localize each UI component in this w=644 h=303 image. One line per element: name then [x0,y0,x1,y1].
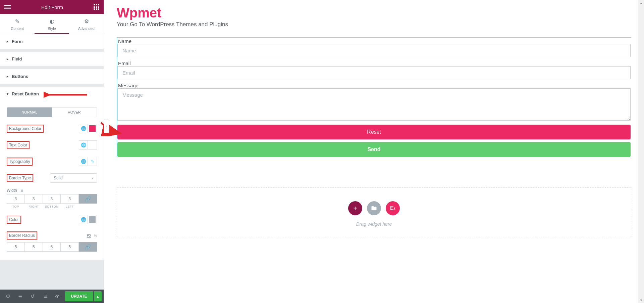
brand-tagline: Your Go To WordPress Themes and Plugins [117,21,631,28]
update-button[interactable]: UPDATE [65,291,93,301]
unit-px[interactable]: PX [87,234,91,237]
contrast-icon: ◐ [35,18,69,25]
width-top-input[interactable] [7,194,25,204]
elementskit-icon[interactable]: E‹ [386,201,400,215]
accordion-head-reset[interactable]: ▾ Reset Button [0,87,104,101]
send-button[interactable]: Send [117,142,631,157]
reset-button[interactable]: Reset [117,125,631,139]
global-icon[interactable]: 🌐 [79,157,88,166]
editor-sidebar: Edit Form ✎ Content ◐ Style ⚙ Advanced ▸… [0,0,104,303]
accordion-head-buttons[interactable]: ▸ Buttons [0,69,104,84]
width-label-row: Width 🖥 [7,188,97,193]
border-color-controls: 🌐 [79,215,97,224]
width-left-input[interactable] [61,194,79,204]
bg-color-controls: 🌐 [79,124,97,133]
control-typography: Typography 🌐 ✎ [7,157,97,166]
sidebar-header: Edit Form [0,0,104,14]
accordion-head-form[interactable]: ▸ Form [0,34,104,49]
message-input[interactable] [117,88,631,121]
update-options-button[interactable]: ▴ [94,291,102,301]
typography-label: Typography [7,158,33,166]
navigator-icon[interactable]: ≣ [14,290,26,303]
tab-style[interactable]: ◐ Style [35,14,69,34]
brand-title: Wpmet [117,5,631,20]
responsive-icon[interactable]: 🖥 [39,290,51,303]
folder-icon[interactable] [367,201,381,215]
width-right-input[interactable] [25,194,43,204]
drop-widget-zone[interactable]: + E‹ Drag widget here [117,187,631,237]
border-color-swatch[interactable] [88,215,97,224]
radius-tl-input[interactable] [7,242,25,252]
border-type-select-wrap: Solid [50,173,97,183]
global-icon[interactable]: 🌐 [79,124,88,133]
accordion-reset-button: ▾ Reset Button NORMAL HOVER Background C… [0,87,104,260]
accordion-content-reset: NORMAL HOVER Background Color 🌐 Text Col… [0,107,104,260]
email-input[interactable] [117,66,631,79]
accordion-label: Field [12,56,22,61]
dropzone-text: Drag widget here [117,221,631,227]
gear-icon: ⚙ [69,18,104,25]
control-text-color: Text Color 🌐 [7,140,97,149]
unit-selector: PX % [87,234,97,237]
tab-label: Style [48,27,56,31]
field-message: Message [117,82,631,125]
edit-typography-icon[interactable]: ✎ [88,157,97,166]
radius-tr-input[interactable] [25,242,43,252]
radius-br-input[interactable] [43,242,61,252]
accordion-form: ▸ Form [0,34,104,49]
global-icon[interactable]: 🌐 [79,215,88,224]
width-bottom-input[interactable] [43,194,61,204]
history-icon[interactable]: ↺ [27,290,39,303]
scroll-up-icon[interactable]: ▲ [638,0,644,6]
control-border-color: Color 🌐 [7,215,97,224]
link-radius-icon[interactable]: 🔗 [79,242,97,252]
sidebar-footer: ⚙ ≣ ↺ 🖥 👁 UPDATE ▴ [0,290,104,303]
name-input[interactable] [117,44,631,57]
accordion-field: ▸ Field [0,52,104,67]
accordion-head-field[interactable]: ▸ Field [0,52,104,66]
caret-right-icon: ▸ [7,40,8,43]
field-name: Name [117,38,631,60]
sidebar-title: Edit Form [11,4,94,10]
tab-label: Advanced [78,27,95,31]
settings-icon[interactable]: ⚙ [2,290,14,303]
desktop-icon[interactable]: 🖥 [20,188,23,192]
menu-icon[interactable] [4,5,11,9]
name-label: Name [117,38,631,44]
global-icon[interactable]: 🌐 [79,140,88,149]
radius-bl-input[interactable] [61,242,79,252]
control-border-radius: Border Radius PX % [7,231,97,240]
caret-right-icon: ▸ [7,57,8,61]
unit-pct[interactable]: % [94,234,97,237]
text-color-label: Text Color [7,141,30,149]
typography-controls: 🌐 ✎ [79,157,97,166]
segment-hover[interactable]: HOVER [52,107,97,117]
border-type-select[interactable]: Solid [50,173,97,183]
border-type-label: Border Type [7,174,33,182]
preview-icon[interactable]: 👁 [52,290,63,303]
browser-scrollbar[interactable]: ▲ ▼ [638,0,644,303]
collapse-sidebar-handle[interactable]: ‹ [104,120,109,133]
text-color-swatch[interactable] [88,140,97,149]
link-values-icon[interactable]: 🔗 [79,194,97,204]
segment-normal[interactable]: NORMAL [7,107,52,117]
tab-label: Content [11,27,24,31]
form-widget[interactable]: Name Email Message Reset Send [117,37,631,157]
preview-area: Wpmet Your Go To WordPress Themes and Pl… [104,0,644,303]
tab-content[interactable]: ✎ Content [0,14,35,34]
radius-inputs: 🔗 [7,242,97,252]
add-widget-icon[interactable]: + [348,201,362,215]
width-inputs: 🔗 [7,194,97,204]
control-border-type: Border Type Solid [7,173,97,183]
accordion-label: Reset Button [12,91,39,96]
accordion-label: Form [12,39,23,44]
caret-down-icon: ▾ [7,92,8,96]
border-color-label: Color [7,216,21,224]
apps-grid-icon[interactable] [94,4,100,10]
caret-right-icon: ▸ [7,75,8,78]
scroll-down-icon[interactable]: ▼ [638,297,644,303]
bg-color-swatch[interactable] [88,124,97,133]
tab-advanced[interactable]: ⚙ Advanced [69,14,104,34]
border-radius-label: Border Radius [7,231,37,240]
side-top: TOP [7,205,25,208]
